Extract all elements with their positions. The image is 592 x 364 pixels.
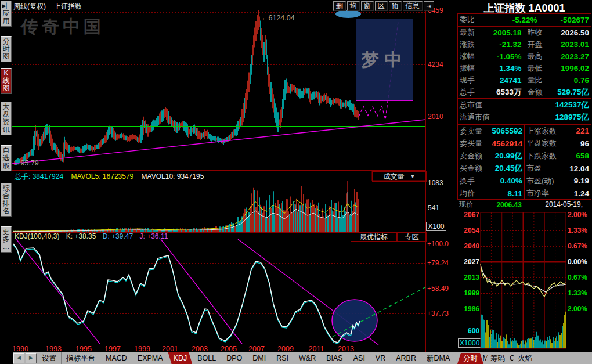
sidebar-item-K线图[interactable]: K线图 — [1, 68, 12, 94]
quote-rows-box: 最新2005.18昨收2026.50涨跌-21.32开盘2023.01涨幅-1.… — [457, 26, 591, 98]
quote-row: 振幅1.34%最低1996.02 — [458, 63, 591, 75]
chart-toolbutton-删[interactable]: 删 — [333, 1, 346, 11]
indicator-tab-EXPMA[interactable]: EXPMA — [132, 352, 168, 364]
chart-toolbutton-均[interactable]: 均 — [347, 1, 360, 11]
quote-value: 2005.18 — [479, 28, 522, 37]
quote-value: 24741 — [479, 76, 522, 85]
breadth-value: 12.04 — [560, 164, 589, 173]
indicator-tab-ARBR[interactable]: ARBR — [391, 352, 421, 364]
indicator-tab-ASI[interactable]: ASI — [348, 352, 370, 364]
left-sidebar: ▶▏应用分时图K线图大盘资讯自选股综合排名更多… — [0, 0, 12, 352]
breadth-row: 委买量4562914 — [458, 138, 524, 150]
indicator-tab-W&R[interactable]: W&R — [294, 352, 321, 364]
breadth-label: 市净率 — [526, 188, 560, 199]
quote-value: 1996.02 — [547, 64, 590, 73]
quote-value: -21.32 — [479, 40, 522, 49]
quote-row: 涨跌-21.32开盘2023.01 — [458, 39, 591, 51]
sidebar-item-char: 股 — [1, 162, 11, 170]
quote-title: 上证指数 1A0001 — [457, 0, 591, 13]
breadth-row: 平盘家数96 — [525, 138, 591, 150]
quote-label: 最高 — [528, 51, 547, 62]
indicator-tab-DPO[interactable]: DPO — [221, 352, 247, 364]
quote-row: 现手24741量比0.76 — [458, 74, 591, 87]
breadth-row: 市净率1.24 — [525, 188, 591, 200]
quote-label: 开盘 — [528, 39, 547, 50]
settings-button[interactable]: 设置 — [37, 352, 62, 364]
indicator-tab-DMI[interactable]: DMI — [247, 352, 271, 364]
indicator-tab-VR[interactable]: VR — [370, 352, 391, 364]
quote-value: -1.05% — [479, 52, 522, 61]
breadth-row: 卖金额20.99亿 — [458, 150, 524, 163]
panel-tab-筹码[interactable]: 筹码 — [485, 353, 511, 364]
dropdown-label: 成交量 — [384, 172, 405, 182]
indicator-tab-RSI[interactable]: RSI — [271, 352, 294, 364]
quote-value: 2023.27 — [547, 52, 590, 61]
next-arrow-button[interactable]: ⇥ — [424, 1, 434, 11]
toolbar-spacer — [0, 352, 13, 364]
sidebar-item-char: 用 — [1, 17, 11, 25]
indicator-tab-BOLL[interactable]: BOLL — [192, 352, 221, 364]
sidebar-item-分时图[interactable]: 分时图 — [1, 36, 12, 62]
breadth-box: 委卖量5065592委买量4562914卖金额20.99亿买金额20.45亿换手… — [457, 124, 591, 200]
sidebar-item-更多…[interactable]: 更多… — [1, 226, 12, 253]
breadth-grid: 委卖量5065592委买量4562914卖金额20.99亿买金额20.45亿换手… — [458, 125, 591, 199]
mavol5-label: MAVOL5: 16723579 — [71, 172, 133, 181]
breadth-value: 20.45亿 — [486, 163, 522, 174]
quote-row: 总手6533万金额529.75亿 — [458, 87, 591, 99]
scroll-right-button[interactable]: ▶ — [26, 353, 37, 363]
breadth-label: 委买量 — [460, 138, 486, 149]
quote-label: 昨收 — [528, 27, 547, 38]
indicator-tab-KDJ[interactable]: KDJ — [168, 352, 193, 364]
quote-label: 量比 — [528, 75, 547, 85]
scroll-left-button[interactable]: ◀ — [13, 353, 24, 363]
quote-value: 529.75亿 — [547, 87, 590, 98]
sidebar-item-自选股[interactable]: 自选股 — [1, 145, 12, 171]
quote-row: 涨幅-1.05%最高2023.27 — [458, 51, 591, 63]
marketcap-value: 142537亿 — [482, 100, 589, 110]
chart-toolbutton-窗[interactable]: 窗 — [361, 1, 374, 11]
chart-toolbutton-预[interactable]: 预 — [389, 1, 402, 11]
chart-toolbutton-区[interactable]: 区 — [375, 1, 388, 11]
breadth-row: 换手0.40% — [458, 175, 524, 188]
trading-terminal: 传奇中国 周线(复权)上证指数 删均窗区预信息⇥ ▶▏应用分时图K线图大盘资讯自… — [0, 0, 592, 364]
panel-tab-火焰[interactable]: 火焰 — [512, 353, 538, 364]
breadth-value: 4562914 — [486, 139, 522, 148]
sidebar-item-应用[interactable]: ▶▏应用 — [1, 1, 12, 27]
marketcap-row: 流通市值128975亿 — [458, 111, 591, 124]
chart-toolbutton-信息[interactable]: 信息 — [403, 1, 423, 11]
dream-annotation-text: 梦中 — [362, 48, 408, 72]
weibi-box: 委比 -5.22% -502677 — [457, 13, 591, 26]
indicator-platform-button[interactable]: 指标平台 — [62, 352, 100, 364]
weicha-value: -502677 — [537, 16, 589, 24]
volume-header: 总手: 38417924 MAVOL5: 16723579 MAVOL10: 9… — [15, 172, 210, 182]
breadth-row: 委卖量5065592 — [458, 125, 524, 138]
sidebar-item-综合排名[interactable]: 综合排名 — [1, 183, 12, 217]
quote-value: 0.76 — [547, 76, 590, 85]
breadth-row: 市盈(动)9.19 — [525, 175, 591, 188]
breadth-value: 9.19 — [560, 176, 589, 185]
indicator-tab-BIAS[interactable]: BIAS — [321, 352, 348, 364]
kdj-j-value: J: +36.11 — [140, 232, 168, 240]
quote-label: 涨幅 — [460, 51, 479, 62]
panel-tab-分时[interactable]: 分时 — [457, 353, 483, 364]
breadth-row: 市盈12.04 — [525, 163, 591, 175]
sidebar-item-char: 讯 — [1, 126, 11, 134]
spot-date: 2014-05-19,一 — [545, 200, 590, 210]
quote-value: 6533万 — [479, 87, 522, 98]
quote-value: 2026.50 — [547, 28, 590, 37]
marketcap-label: 总市值 — [460, 100, 482, 110]
breadth-label: 换手 — [460, 176, 486, 186]
sidebar-item-大盘资讯[interactable]: 大盘资讯 — [1, 102, 12, 135]
breadth-label: 市盈(动) — [526, 176, 560, 186]
indicator-tab-新DMA[interactable]: 新DMA — [421, 352, 455, 364]
quote-value: 2023.01 — [547, 40, 590, 49]
period-label: 周线(复权) — [13, 2, 46, 10]
volume-indicator-dropdown[interactable]: 成交量 ▼ — [372, 171, 427, 182]
indicator-tab-MACD[interactable]: MACD — [100, 352, 132, 364]
kdj-header: KDJ(100,40,3) K: +38.35 D: +39.47 J: +36… — [15, 232, 172, 240]
marketcap-label: 流通市值 — [460, 112, 490, 122]
quote-label: 最新 — [460, 27, 479, 38]
breadth-col-left: 委卖量5065592委买量4562914卖金额20.99亿买金额20.45亿换手… — [458, 125, 524, 199]
chart-toolbuttons: 删均窗区预信息⇥ — [333, 1, 434, 11]
breadth-row: 买金额20.45亿 — [458, 163, 524, 175]
